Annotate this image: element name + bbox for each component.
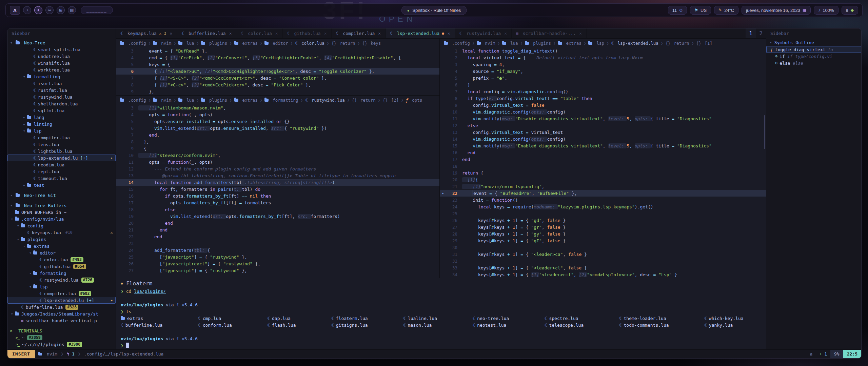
breadcrumb-item[interactable]: ☾color.lua bbox=[295, 41, 324, 46]
breadcrumb-item[interactable]: formatting bbox=[264, 98, 298, 103]
breadcrumb-item[interactable]: plugins bbox=[525, 41, 551, 46]
ls-output-item[interactable]: ☾neotest.lua bbox=[472, 322, 531, 328]
code-line[interactable]: 29 keys[#keys + 1] = { "gI", false } bbox=[440, 237, 766, 244]
code-line[interactable]: 28 keys[#keys + 1] = { "gy", false } bbox=[440, 230, 766, 237]
code-line[interactable]: 9 }, bbox=[116, 88, 439, 95]
code-line[interactable]: 16 if opts.formatters_by_ft[ft] == nil t… bbox=[116, 192, 439, 199]
section-header-neo-tree-buffers[interactable]: ▾Neo-Tree Buffers bbox=[7, 202, 116, 209]
ls-output-item[interactable]: ☾telescope.lua bbox=[545, 322, 606, 328]
breadcrumb-item[interactable]: .config bbox=[120, 98, 146, 103]
code-line[interactable]: 12 --- Extend the conform plugin config … bbox=[116, 165, 439, 172]
ls-output-item[interactable]: ☾bufferline.lua bbox=[121, 322, 185, 328]
ls-output-item[interactable]: ☾mason.lua bbox=[403, 322, 459, 328]
outline-item[interactable]: ⊙ifif type(config.vi bbox=[766, 53, 861, 60]
tree-item[interactable]: ☾sqlfmt.lua bbox=[7, 107, 116, 114]
breadcrumb-item[interactable]: .config bbox=[120, 41, 146, 46]
section-header-neo-tree[interactable]: ▾Neo-Tree bbox=[7, 39, 116, 46]
code-line[interactable]: 32 bbox=[440, 258, 766, 264]
code-line[interactable]: 20 [1]{ bbox=[440, 176, 766, 183]
tree-item[interactable]: OPEN BUFFERS in ~ bbox=[7, 209, 116, 216]
tree-item[interactable]: ☾keymaps.lua#10⚠ bbox=[7, 229, 116, 236]
terminal-output[interactable]: ❯ cd lua/plugins/nvim/lua/plugins via ☾ … bbox=[116, 288, 766, 349]
tree-item[interactable]: ▸lang bbox=[7, 114, 116, 121]
workspace-button-1[interactable]: ◔ bbox=[23, 6, 31, 14]
tree-item[interactable]: ☾lens.lua bbox=[7, 141, 116, 148]
code-line[interactable]: 10 vim.diagnostic.config(opts: config) bbox=[440, 108, 766, 115]
close-icon[interactable]: × bbox=[324, 31, 327, 36]
code-line[interactable]: 30 bbox=[440, 244, 766, 251]
tree-item[interactable]: ☾rustywind.lua bbox=[7, 94, 116, 100]
code-line[interactable]: 7 { [1]"<S-C>", [2]"<cmd>CccConvert<cr>"… bbox=[116, 75, 439, 81]
ls-output-item[interactable]: ☾todo-comments.lua bbox=[619, 322, 691, 328]
code-line[interactable]: 2 local virtual_text = { -- Default virt… bbox=[440, 54, 766, 61]
breadcrumb-item[interactable]: {}[2] bbox=[382, 98, 399, 103]
code-line[interactable]: 23 bbox=[116, 240, 439, 247]
code-line[interactable]: 3 [1]"williamboman/mason.nvim", bbox=[116, 104, 439, 111]
tree-item[interactable]: ☾lsp-extended.lu[+]✦ bbox=[7, 297, 116, 304]
code-line[interactable]: 3 spacing = 4, bbox=[440, 61, 766, 68]
code-line[interactable]: 16 end bbox=[440, 149, 766, 156]
ls-output-item[interactable]: ☾yanky.lua bbox=[704, 322, 766, 328]
breadcrumb-item[interactable]: plugins bbox=[201, 98, 227, 103]
code-line[interactable]: 24 add_formatters(tbl: { bbox=[116, 247, 439, 253]
breadcrumb-item[interactable]: lua bbox=[178, 98, 194, 103]
tree-item[interactable]: ☾compiler.lua bbox=[7, 134, 116, 141]
close-icon[interactable]: × bbox=[229, 31, 232, 36]
code-line[interactable]: 11 opts = function(_, opts) bbox=[116, 159, 439, 165]
ls-output-item[interactable]: ☾gitsigns.lua bbox=[331, 322, 390, 328]
breadcrumb-item[interactable]: ƒopts bbox=[406, 98, 422, 103]
code-line[interactable]: 9 { bbox=[116, 145, 439, 152]
tree-item[interactable]: ☾rustfmt.lua bbox=[7, 87, 116, 94]
tab-rustywind-lua[interactable]: ☾rustywind.lua× bbox=[455, 28, 512, 38]
tree-item[interactable]: ☾compiler.lua#682 bbox=[7, 290, 116, 297]
code-line[interactable]: 6 vim.list_extend(dst: opts.ensure_insta… bbox=[116, 125, 439, 131]
tree-item[interactable]: ▸linting bbox=[7, 121, 116, 127]
code-line[interactable]: 8 if type(v: config.virtual_text) == "ta… bbox=[440, 95, 766, 102]
workspace-button-2[interactable]: ✦ bbox=[34, 6, 42, 14]
code-line[interactable]: 17end bbox=[440, 156, 766, 163]
code-line[interactable]: 9 config.virtual_text = false bbox=[440, 102, 766, 108]
ls-output-item[interactable]: ☾conform.lua bbox=[198, 322, 254, 328]
code-line[interactable]: 6 { [1]"<leader>uC", [2]"<cmd>CccHighlig… bbox=[116, 68, 439, 75]
ls-output-item[interactable]: ☾lualine.lua bbox=[403, 315, 459, 322]
breadcrumb-item[interactable]: lsp bbox=[588, 41, 604, 46]
breadcrumb-item[interactable]: extras bbox=[234, 98, 258, 103]
code-line[interactable]: 34 keys[#keys + 1] = { [1]"<leader>cil",… bbox=[440, 271, 766, 278]
code-line[interactable]: 15 for ft, formatters in pairs(t: tbl) d… bbox=[116, 186, 439, 192]
close-icon[interactable]: × bbox=[579, 31, 582, 36]
code-line[interactable]: 17 opts.formatters_by_ft[ft] = formatter… bbox=[116, 199, 439, 206]
tabpage-1[interactable]: 1 bbox=[746, 28, 756, 38]
ls-output-item[interactable]: ☾theme-loader.lua bbox=[619, 315, 691, 322]
tree-item[interactable]: ▾editor bbox=[7, 249, 116, 256]
tree-item[interactable]: ☾undotree.lua bbox=[7, 53, 116, 60]
prompt-pill[interactable]: _______ bbox=[81, 6, 113, 14]
code-line[interactable]: 19 vim.list_extend(dst: opts.formatters_… bbox=[116, 213, 439, 220]
breadcrumb-item[interactable]: nvim bbox=[477, 41, 495, 46]
tabpage-2[interactable]: 2 bbox=[756, 28, 766, 38]
close-icon[interactable]: × bbox=[504, 31, 507, 36]
tree-item[interactable]: ☾repl.lua bbox=[7, 168, 116, 175]
code-line[interactable]: 15 vim.notify(msg: "Enabled diagnostics … bbox=[440, 142, 766, 149]
code-line[interactable]: 26 ["javascriptreact"] = { "rustywind" }… bbox=[116, 260, 439, 267]
ls-output-item[interactable]: ☾neo-tree.lua bbox=[472, 315, 531, 322]
tab-color-lua[interactable]: ☾color.lua× bbox=[236, 28, 282, 38]
tree-item[interactable]: ▾config bbox=[7, 222, 116, 229]
outline-item[interactable]: ƒtoggle_diag_virtextfu bbox=[766, 46, 861, 53]
code-line[interactable]: 4 source = "if_many", bbox=[440, 68, 766, 75]
code-line[interactable]: 5 prefix = "●", bbox=[440, 75, 766, 81]
tab-keymaps-lua[interactable]: ☾keymaps.lua⚠3× bbox=[116, 28, 177, 38]
status-pill-4[interactable]: jueves, noviembre 16, 2023▦ bbox=[742, 6, 811, 15]
code-line[interactable]: 8 }, bbox=[116, 138, 439, 145]
workspace-button-3[interactable]: ∞ bbox=[45, 6, 54, 14]
tree-item[interactable]: ☾color.lua#493 bbox=[7, 256, 116, 263]
code-line[interactable]: 13 ---@param tbl table<string, conform.F… bbox=[116, 172, 439, 179]
code-line[interactable]: 26 keys[#keys + 1] = { "gd", false } bbox=[440, 217, 766, 224]
tree-item[interactable]: ☾rustywind.lua#726 bbox=[7, 277, 116, 283]
ls-output-item[interactable]: ☾floaterm.lua bbox=[331, 315, 390, 322]
close-icon[interactable]: × bbox=[448, 31, 450, 36]
app-launcher-button[interactable]: A bbox=[10, 6, 20, 15]
code-line[interactable]: 7 local config = vim.diagnostic.config() bbox=[440, 88, 766, 95]
tree-item[interactable]: ☾smart-splits.lua bbox=[7, 46, 116, 53]
tree-item[interactable]: ▾formatting bbox=[7, 73, 116, 80]
ls-output-item[interactable]: ☾cmp.lua bbox=[198, 315, 254, 322]
